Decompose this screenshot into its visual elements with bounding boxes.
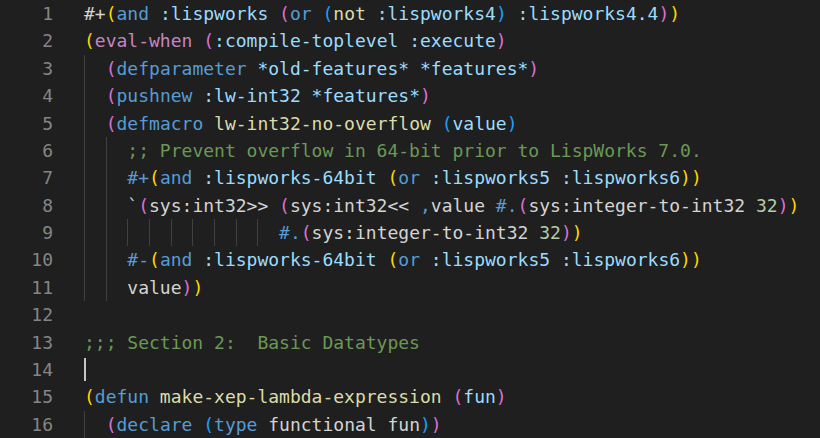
code-line-content[interactable]: (defmacro lw-int32-no-overflow (value) xyxy=(53,110,820,137)
code-line-content[interactable]: ;; Prevent overflow in 64-bit prior to L… xyxy=(53,137,820,164)
code-line[interactable]: 6 ;; Prevent overflow in 64-bit prior to… xyxy=(0,137,820,164)
code-line-content[interactable]: #-(and :lispworks-64bit (or :lispworks5 … xyxy=(53,246,820,273)
code-line-content[interactable]: (pushnew :lw-int32 *features*) xyxy=(53,82,820,109)
code-token: :lispworks-64bit xyxy=(192,249,387,270)
code-token: ;;; Section 2: Basic Datatypes xyxy=(84,332,420,353)
line-number[interactable]: 7 xyxy=(0,164,53,191)
code-editor: 1#+(and :lispworks (or (not :lispworks4)… xyxy=(0,0,820,438)
code-line-content[interactable]: #.(sys:integer-to-int32 32)) xyxy=(53,219,820,246)
code-token xyxy=(192,30,203,51)
code-token: ) xyxy=(528,58,539,79)
indent-guide xyxy=(84,164,85,191)
code-token: ( xyxy=(301,222,312,243)
code-line-content[interactable]: #+(and :lispworks (or (not :lispworks4) … xyxy=(53,0,820,27)
code-token xyxy=(442,386,453,407)
code-token: 32 xyxy=(539,222,561,243)
code-token: ( xyxy=(387,249,398,270)
code-token: #. xyxy=(279,222,301,243)
code-line[interactable]: 4 (pushnew :lw-int32 *features*) xyxy=(0,82,820,109)
code-token: value xyxy=(431,195,496,216)
code-line[interactable]: 1#+(and :lispworks (or (not :lispworks4)… xyxy=(0,0,820,27)
code-line-content[interactable]: (eval-when (:compile-toplevel :execute) xyxy=(53,27,820,54)
code-line-content[interactable]: `(sys:int32>> (sys:int32<< ,value #.(sys… xyxy=(53,192,820,219)
code-line-content[interactable]: (defun make-xep-lambda-expression (fun) xyxy=(53,383,820,410)
code-line-content[interactable]: value)) xyxy=(53,274,820,301)
line-number[interactable]: 4 xyxy=(0,82,53,109)
code-line-content[interactable] xyxy=(53,301,820,328)
code-token: ) xyxy=(420,85,431,106)
line-number[interactable]: 12 xyxy=(0,301,53,328)
code-line[interactable]: 14 xyxy=(0,356,820,383)
code-token: or xyxy=(398,249,420,270)
code-line[interactable]: 5 (defmacro lw-int32-no-overflow (value) xyxy=(0,110,820,137)
code-token: fun xyxy=(463,386,496,407)
code-token: ) xyxy=(561,222,572,243)
code-line[interactable]: 16 (declare (type functional fun)) xyxy=(0,411,820,438)
code-line[interactable]: 15(defun make-xep-lambda-expression (fun… xyxy=(0,383,820,410)
line-number[interactable]: 5 xyxy=(0,110,53,137)
code-line[interactable]: 11 value)) xyxy=(0,274,820,301)
code-token: defun xyxy=(95,386,149,407)
code-line-content[interactable]: (defparameter *old-features* *features*) xyxy=(53,55,820,82)
code-token: , xyxy=(420,195,431,216)
code-token: #+ xyxy=(127,167,149,188)
code-token xyxy=(84,222,279,243)
code-line[interactable]: 10 #-(and :lispworks-64bit (or :lispwork… xyxy=(0,246,820,273)
indent-guide xyxy=(84,246,85,273)
code-line[interactable]: 12 xyxy=(0,301,820,328)
code-line-content[interactable]: ;;; Section 2: Basic Datatypes xyxy=(53,329,820,356)
code-token: ( xyxy=(279,3,290,24)
line-number[interactable]: 10 xyxy=(0,246,53,273)
line-number[interactable]: 15 xyxy=(0,383,53,410)
code-token: )) xyxy=(680,249,702,270)
indent-guide xyxy=(84,55,85,82)
indent-guide xyxy=(171,219,172,246)
code-token: ) xyxy=(496,3,507,24)
code-token: ) xyxy=(669,3,680,24)
code-line[interactable]: 9 #.(sys:integer-to-int32 32)) xyxy=(0,219,820,246)
indent-guide xyxy=(84,192,85,219)
line-number[interactable]: 8 xyxy=(0,192,53,219)
code-line[interactable]: 7 #+(and :lispworks-64bit (or :lispworks… xyxy=(0,164,820,191)
code-token: ) xyxy=(496,30,507,51)
code-token: functional fun xyxy=(257,414,420,435)
line-number[interactable]: 1 xyxy=(0,0,53,27)
code-token: or xyxy=(290,3,312,24)
code-line[interactable]: 3 (defparameter *old-features* *features… xyxy=(0,55,820,82)
line-number[interactable]: 6 xyxy=(0,137,53,164)
code-token: sys:integer-to-int32 xyxy=(312,222,540,243)
code-token xyxy=(84,85,106,106)
line-number[interactable]: 16 xyxy=(0,411,53,438)
code-token: and xyxy=(117,3,150,24)
code-token: ) xyxy=(420,414,431,435)
code-token: lw-int32-no-overflow xyxy=(203,113,431,134)
code-token: ) xyxy=(182,277,193,298)
code-token: value xyxy=(453,113,507,134)
indent-guide xyxy=(236,219,237,246)
code-line[interactable]: 2(eval-when (:compile-toplevel :execute) xyxy=(0,27,820,54)
code-token: 32 xyxy=(756,195,778,216)
indent-guide xyxy=(192,219,193,246)
code-token: and xyxy=(160,249,193,270)
code-line[interactable]: 13;;; Section 2: Basic Datatypes xyxy=(0,329,820,356)
code-token: ) xyxy=(431,414,442,435)
line-number[interactable]: 11 xyxy=(0,274,53,301)
code-token: ( xyxy=(518,195,529,216)
code-line-content[interactable] xyxy=(53,356,820,383)
code-token: ( xyxy=(322,3,333,24)
line-number[interactable]: 14 xyxy=(0,356,53,383)
code-line-content[interactable]: (declare (type functional fun)) xyxy=(53,411,820,438)
line-number[interactable]: 9 xyxy=(0,219,53,246)
code-token: :lispworks5 :lispworks6 xyxy=(420,167,680,188)
text-cursor xyxy=(84,358,86,381)
code-line-content[interactable]: #+(and :lispworks-64bit (or :lispworks5 … xyxy=(53,164,820,191)
code-token: ( xyxy=(84,30,95,51)
indent-guide xyxy=(106,246,107,273)
indent-guide xyxy=(84,274,85,301)
line-number[interactable]: 2 xyxy=(0,27,53,54)
code-token: pushnew xyxy=(117,85,193,106)
line-number[interactable]: 3 xyxy=(0,55,53,82)
code-token: ) xyxy=(778,195,789,216)
line-number[interactable]: 13 xyxy=(0,329,53,356)
code-line[interactable]: 8 `(sys:int32>> (sys:int32<< ,value #.(s… xyxy=(0,192,820,219)
